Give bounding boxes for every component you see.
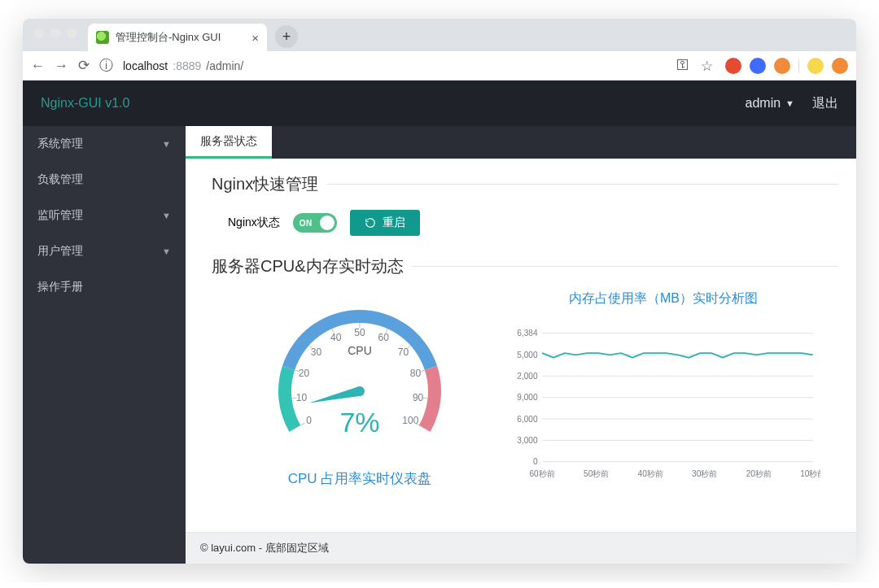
svg-text:10秒前: 10秒前 xyxy=(800,469,820,478)
svg-text:10: 10 xyxy=(296,392,308,403)
address-bar: ← → ⟳ ⓘ localhost:8889/admin/ ⚿ ☆ xyxy=(23,51,856,81)
extension-icon[interactable] xyxy=(774,58,790,74)
forward-icon[interactable]: → xyxy=(55,58,68,74)
sidebar-item-manual[interactable]: 操作手册 xyxy=(23,269,186,305)
svg-text:30秒前: 30秒前 xyxy=(692,469,717,478)
traffic-dot[interactable] xyxy=(67,28,77,38)
svg-text:40: 40 xyxy=(330,332,342,343)
svg-text:6,000: 6,000 xyxy=(517,415,538,424)
app-body: 系统管理 ▼ 负载管理 监听管理 ▼ 用户管理 ▼ 操作手册 xyxy=(23,126,856,564)
sidebar-item-system[interactable]: 系统管理 ▼ xyxy=(23,126,186,162)
footer: © layui.com - 底部固定区域 xyxy=(186,532,856,564)
chevron-down-icon: ▼ xyxy=(162,246,171,256)
gauge-caption: CPU 占用率实时仪表盘 xyxy=(288,469,432,488)
panel-cpu-mem: 服务器CPU&内存实时动态 0102030405060708090100CPU7… xyxy=(203,255,838,501)
panel-legend: 服务器CPU&内存实时动态 xyxy=(203,255,412,277)
switch-text: ON xyxy=(300,219,313,228)
nginx-switch[interactable]: ON xyxy=(293,213,337,233)
svg-line-1 xyxy=(300,423,304,425)
content: Nginx快速管理 Nginx状态 ON 重启 xyxy=(186,159,856,532)
mem-chart-title: 内存占使用率（MB）实时分析图 xyxy=(506,290,820,307)
svg-text:0: 0 xyxy=(306,415,312,426)
sidebar-item-label: 操作手册 xyxy=(37,280,83,294)
svg-text:90: 90 xyxy=(413,392,424,403)
toolbar-icons: ⚿ ☆ xyxy=(676,58,848,74)
url-field[interactable]: localhost:8889/admin/ xyxy=(123,59,667,72)
cpu-gauge: 0102030405060708090100CPU7% xyxy=(262,285,457,464)
bookmark-star-icon[interactable]: ☆ xyxy=(701,58,717,74)
svg-text:2,000: 2,000 xyxy=(517,372,538,381)
traffic-dot[interactable] xyxy=(34,28,44,38)
sidebar-item-user[interactable]: 用户管理 ▼ xyxy=(23,233,186,269)
svg-marker-22 xyxy=(309,386,361,403)
mem-line-chart: 6,3845,0002,0009,0006,0003,000060秒前50秒前4… xyxy=(506,311,820,498)
window-controls xyxy=(23,19,77,38)
chevron-down-icon: ▼ xyxy=(162,139,171,149)
reload-icon[interactable]: ⟳ xyxy=(78,57,90,74)
divider xyxy=(798,58,799,74)
svg-text:5,000: 5,000 xyxy=(517,351,538,359)
cpu-gauge-panel: 0102030405060708090100CPU7% CPU 占用率实时仪表盘 xyxy=(221,285,498,501)
nginx-status-row: Nginx状态 ON 重启 xyxy=(228,210,838,236)
extension-icon[interactable] xyxy=(750,58,766,74)
url-path: /admin/ xyxy=(206,59,243,72)
charts-row: 0102030405060708090100CPU7% CPU 占用率实时仪表盘… xyxy=(221,285,820,501)
svg-text:7%: 7% xyxy=(339,407,379,438)
mem-chart-panel: 内存占使用率（MB）实时分析图 6,3845,0002,0009,0006,00… xyxy=(506,285,820,501)
svg-text:20: 20 xyxy=(299,368,310,379)
svg-text:50: 50 xyxy=(354,327,365,338)
logout-link[interactable]: 退出 xyxy=(812,95,838,112)
extension-icon[interactable] xyxy=(832,58,848,74)
tab-strip: 管理控制台-Nginx GUI × + xyxy=(23,19,856,51)
sidebar-item-label: 监听管理 xyxy=(37,208,83,223)
tab-server-status[interactable]: 服务器状态 xyxy=(186,126,272,159)
new-tab-button[interactable]: + xyxy=(275,25,298,48)
content-tabs: 服务器状态 xyxy=(186,126,856,159)
svg-point-23 xyxy=(355,386,365,396)
browser-tab[interactable]: 管理控制台-Nginx GUI × xyxy=(88,24,267,51)
svg-text:6,384: 6,384 xyxy=(517,329,538,338)
app-root: Nginx-GUI v1.0 admin ▼ 退出 系统管理 ▼ 负载管理 监听… xyxy=(23,81,856,564)
svg-line-19 xyxy=(423,398,428,399)
svg-text:40秒前: 40秒前 xyxy=(638,469,663,478)
traffic-dot[interactable] xyxy=(50,28,60,38)
back-icon[interactable]: ← xyxy=(31,58,45,74)
sidebar-item-load[interactable]: 负载管理 xyxy=(23,162,186,198)
svg-text:9,000: 9,000 xyxy=(517,393,538,402)
refresh-icon xyxy=(365,217,376,229)
user-menu[interactable]: admin ▼ xyxy=(746,96,794,111)
svg-text:30: 30 xyxy=(311,346,322,358)
info-icon[interactable]: ⓘ xyxy=(99,56,113,75)
close-icon[interactable]: × xyxy=(251,31,259,45)
svg-text:60: 60 xyxy=(378,332,390,343)
svg-line-3 xyxy=(291,398,296,399)
switch-knob xyxy=(320,216,335,230)
sidebar: 系统管理 ▼ 负载管理 监听管理 ▼ 用户管理 ▼ 操作手册 xyxy=(23,126,186,564)
svg-text:0: 0 xyxy=(533,457,538,466)
sidebar-item-listen[interactable]: 监听管理 ▼ xyxy=(23,198,186,233)
sidebar-item-label: 系统管理 xyxy=(37,137,83,151)
tab-title: 管理控制台-Nginx GUI xyxy=(116,30,221,45)
svg-text:60秒前: 60秒前 xyxy=(529,469,554,478)
restart-label: 重启 xyxy=(383,216,405,230)
extension-icon[interactable] xyxy=(725,58,741,74)
status-label: Nginx状态 xyxy=(228,216,280,230)
svg-text:CPU: CPU xyxy=(348,344,372,357)
panel-nginx-quick: Nginx快速管理 Nginx状态 ON 重启 xyxy=(203,173,838,241)
svg-text:80: 80 xyxy=(410,368,422,379)
sidebar-item-label: 用户管理 xyxy=(37,244,83,259)
sidebar-item-label: 负载管理 xyxy=(37,172,83,187)
restart-button[interactable]: 重启 xyxy=(350,210,420,236)
user-name: admin xyxy=(746,96,781,111)
chevron-down-icon: ▼ xyxy=(162,211,171,220)
tab-label: 服务器状态 xyxy=(200,134,257,149)
password-key-icon[interactable]: ⚿ xyxy=(676,58,693,74)
svg-text:20秒前: 20秒前 xyxy=(746,469,772,478)
favicon-icon xyxy=(96,31,109,44)
svg-text:100: 100 xyxy=(402,415,418,426)
extension-icon[interactable] xyxy=(807,58,824,74)
svg-text:3,000: 3,000 xyxy=(517,436,538,445)
main: 服务器状态 Nginx快速管理 Nginx状态 ON xyxy=(186,126,856,564)
browser-window: 管理控制台-Nginx GUI × + ← → ⟳ ⓘ localhost:88… xyxy=(23,19,856,564)
chevron-down-icon: ▼ xyxy=(785,98,794,108)
